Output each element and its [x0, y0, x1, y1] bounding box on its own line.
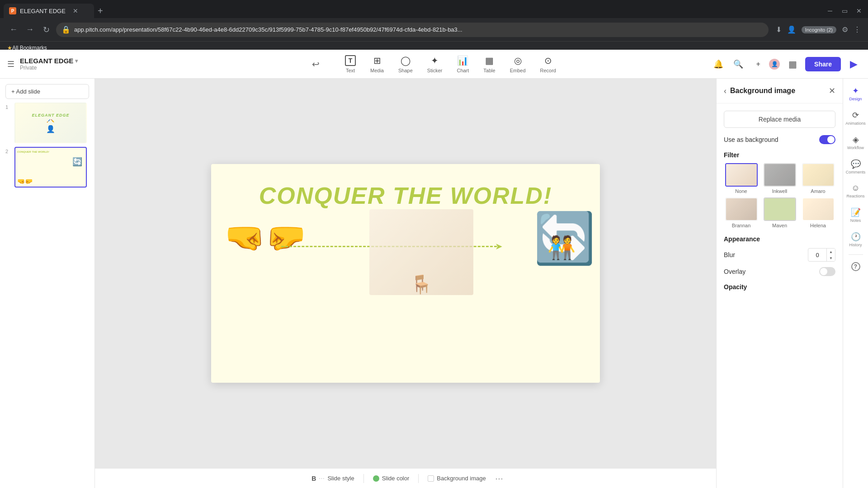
comments-panel-btn[interactable]: 💬 Comments	[843, 155, 868, 178]
slide-style-btn[interactable]: B ⋯ Slide style	[308, 473, 358, 484]
sidebar-toggle-btn[interactable]: ☰	[7, 59, 14, 69]
panel-back-btn[interactable]: ‹	[724, 86, 726, 96]
present-view-btn[interactable]: ▦	[785, 57, 800, 71]
animations-panel-btn[interactable]: ⟳ Animations	[843, 107, 868, 129]
filter-none-thumb	[725, 163, 758, 187]
tab-close-btn[interactable]: ✕	[73, 7, 78, 14]
overlay-toggle[interactable]	[819, 267, 835, 276]
slide-thumbnail-2[interactable]: CONQUER THE WORLD! 🤜🤛 🔄	[14, 147, 87, 188]
back-btn[interactable]: ←	[7, 23, 20, 36]
slide-number-1: 1	[5, 104, 11, 110]
panel-body: Replace media Use as background Filter	[717, 103, 843, 298]
thumb1-pencils: 🖌️✏️	[47, 119, 55, 123]
more-options-btn[interactable]: ⋯	[495, 474, 503, 483]
blur-up-arrow[interactable]: ▲	[827, 249, 835, 255]
filter-inkwell[interactable]: Inkwell	[762, 163, 797, 194]
notifications-btn[interactable]: 🔔	[711, 57, 726, 71]
thumb2-text: CONQUER THE WORLD!	[17, 150, 49, 153]
replace-media-btn[interactable]: Replace media	[724, 111, 835, 128]
bg-dot-icon	[428, 475, 434, 482]
design-label: Design	[849, 97, 862, 101]
embed-tool-label: Embed	[510, 68, 526, 73]
tool-media[interactable]: ⊞ Media	[364, 52, 390, 76]
tool-embed[interactable]: ◎ Embed	[504, 52, 532, 76]
project-visibility: Private	[20, 65, 78, 71]
filter-maven-label: Maven	[772, 223, 787, 228]
new-tab-btn[interactable]: +	[98, 6, 103, 16]
filter-helena[interactable]: Helena	[801, 197, 835, 228]
app-header: ☰ ELEGANT EDGE ▾ Private ↩ T Text ⊞ Medi…	[0, 50, 868, 79]
add-icons: + 👤	[751, 57, 780, 71]
nav-bar: ← → ↻ 🔒 app.pitch.com/app/presentation/5…	[0, 18, 868, 42]
people-circle: 🧑‍🤝‍🧑	[530, 216, 593, 279]
app: ☰ ELEGANT EDGE ▾ Private ↩ T Text ⊞ Medi…	[0, 50, 868, 488]
background-image-btn[interactable]: Background image	[424, 473, 489, 483]
appearance-section-title: Appearance	[724, 235, 835, 243]
overlay-row: Overlay	[724, 267, 835, 276]
blur-input[interactable]: 0 ▲ ▼	[808, 248, 835, 262]
reactions-label: Reactions	[846, 194, 864, 198]
maximize-btn[interactable]: ▭	[839, 5, 850, 16]
tool-sticker[interactable]: ✦ Sticker	[421, 52, 449, 76]
tool-table[interactable]: ▦ Table	[477, 52, 501, 76]
share-button[interactable]: Share	[805, 57, 841, 71]
embed-tool-icon: ◎	[514, 55, 522, 66]
address-bar[interactable]: 🔒 app.pitch.com/app/presentation/58f67c2…	[56, 23, 769, 37]
panel-header: ‹ Background image ✕	[717, 79, 843, 103]
workflow-panel-btn[interactable]: ◈ Workflow	[843, 131, 868, 154]
add-btn[interactable]: +	[751, 57, 765, 71]
tab-title: ELEGANT EDGE	[20, 8, 66, 14]
slide-canvas[interactable]: CONQUER THE WORLD! 🤜 🤛 ➤	[211, 164, 600, 383]
notes-label: Notes	[850, 218, 861, 223]
profile-icon[interactable]: 👤	[787, 25, 796, 34]
blur-down-arrow[interactable]: ▼	[827, 255, 835, 261]
tool-shape[interactable]: ◯ Shape	[392, 52, 419, 76]
download-icon[interactable]: ⬇	[776, 25, 782, 34]
toggle-knob	[827, 136, 835, 143]
history-icon: 🕐	[851, 232, 861, 242]
use-as-background-toggle[interactable]	[819, 135, 835, 144]
chart-tool-label: Chart	[457, 68, 469, 73]
tab-bar: P ELEGANT EDGE ✕ + ─ ▭ ✕	[0, 0, 868, 18]
extensions-icon[interactable]: ⚙	[842, 25, 848, 34]
blur-arrows: ▲ ▼	[826, 249, 835, 261]
filter-maven[interactable]: Maven	[762, 197, 797, 228]
tool-undo[interactable]: ↩	[306, 56, 326, 72]
refresh-btn[interactable]: ↻	[40, 23, 52, 36]
tool-record[interactable]: ⊙ Record	[534, 52, 562, 76]
filter-inkwell-thumb	[764, 163, 796, 187]
forward-btn[interactable]: →	[24, 23, 36, 36]
project-name: ELEGANT EDGE ▾	[20, 57, 78, 65]
filter-amaro[interactable]: Amaro	[801, 163, 835, 194]
dropdown-arrow-icon[interactable]: ▾	[75, 58, 78, 64]
overlay-toggle-knob	[820, 268, 827, 275]
search-btn[interactable]: 🔍	[731, 57, 745, 71]
design-panel-btn[interactable]: ✦ Design	[843, 82, 868, 105]
tool-chart[interactable]: 📊 Chart	[450, 52, 475, 76]
slide-thumbnail-1[interactable]: ELEGANT EDGE 🖌️✏️ 👤	[14, 103, 87, 143]
notes-panel-btn[interactable]: 📝 Notes	[843, 204, 868, 226]
slide-item-2[interactable]: 2 CONQUER THE WORLD! 🤜🤛 🔄	[5, 147, 89, 188]
reactions-panel-btn[interactable]: ☺ Reactions	[843, 180, 868, 202]
history-panel-btn[interactable]: 🕐 History	[843, 228, 868, 251]
slide-color-btn[interactable]: Slide color	[369, 473, 413, 483]
comments-icon: 💬	[851, 159, 861, 169]
filter-none-label: None	[735, 188, 747, 194]
help-btn[interactable]: ?	[843, 258, 868, 275]
active-tab[interactable]: P ELEGANT EDGE ✕	[4, 4, 94, 18]
slide-title: CONQUER THE WORLD!	[211, 164, 600, 214]
filter-brannan[interactable]: Brannan	[724, 197, 759, 228]
tool-text[interactable]: T Text	[339, 52, 362, 76]
filter-none[interactable]: None	[724, 163, 759, 194]
notes-icon: 📝	[851, 207, 861, 217]
workflow-label: Workflow	[847, 145, 864, 150]
play-btn[interactable]: ▶	[846, 57, 861, 71]
design-icon: ✦	[852, 86, 859, 96]
slide-item-1[interactable]: 1 ELEGANT EDGE 🖌️✏️ 👤	[5, 103, 89, 143]
minimize-btn[interactable]: ─	[825, 5, 835, 16]
panel-close-btn[interactable]: ✕	[829, 86, 835, 96]
close-window-btn[interactable]: ✕	[854, 5, 864, 16]
record-tool-icon: ⊙	[544, 55, 552, 66]
add-slide-button[interactable]: + Add slide	[5, 84, 89, 99]
menu-icon[interactable]: ⋮	[854, 25, 861, 34]
